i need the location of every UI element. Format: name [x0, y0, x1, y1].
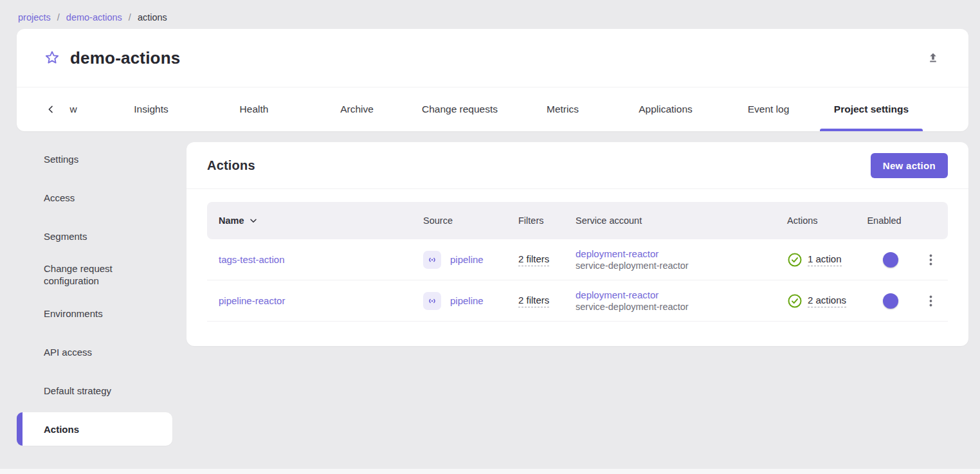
- enabled-toggle[interactable]: [871, 254, 897, 266]
- tab-overview-partial[interactable]: w: [64, 87, 83, 131]
- actions-count[interactable]: 1 action: [808, 253, 842, 266]
- kebab-menu-icon[interactable]: [920, 250, 941, 270]
- tab-applications[interactable]: Applications: [614, 87, 717, 131]
- actions-count-cell: 1 action: [778, 252, 855, 268]
- service-account-cell: deployment-reactor service-deployment-re…: [563, 248, 778, 271]
- enabled-toggle[interactable]: [871, 295, 897, 307]
- actions-panel: Actions New action Name Source Filters S…: [186, 142, 968, 346]
- column-header-name[interactable]: Name: [207, 215, 418, 226]
- filters-count[interactable]: 2 filters: [518, 253, 549, 266]
- actions-table: Name Source Filters Service account Acti…: [186, 189, 968, 327]
- tab-archive[interactable]: Archive: [305, 87, 408, 131]
- signal-icon: [423, 292, 441, 310]
- service-account-id: service-deployment-reactor: [576, 302, 689, 312]
- tab-health[interactable]: Health: [203, 87, 305, 131]
- table-header-row: Name Source Filters Service account Acti…: [207, 202, 948, 239]
- sort-chevron-down-icon: [248, 215, 259, 226]
- breadcrumb: projects / demo-actions / actions: [0, 0, 980, 23]
- actions-panel-header: Actions New action: [186, 142, 968, 189]
- export-upload-icon[interactable]: [926, 50, 941, 66]
- source-cell: pipeline: [418, 292, 508, 310]
- toggle-thumb: [883, 252, 898, 268]
- filters-count[interactable]: 2 filters: [518, 295, 549, 307]
- breadcrumb-separator: /: [57, 12, 60, 23]
- row-menu-cell: [913, 291, 948, 311]
- sidebar-item-access[interactable]: Access: [17, 181, 172, 214]
- sidebar-item-default-strategy[interactable]: Default strategy: [17, 374, 172, 407]
- page-title: demo-actions: [70, 48, 180, 68]
- favorite-star-icon[interactable]: [44, 50, 60, 66]
- column-header-actions: Actions: [778, 215, 855, 226]
- tab-project-settings[interactable]: Project settings: [820, 87, 923, 131]
- service-account-id: service-deployment-reactor: [576, 260, 689, 271]
- action-name-link[interactable]: tags-test-action: [219, 254, 285, 265]
- new-action-button[interactable]: New action: [871, 153, 948, 178]
- source-link[interactable]: pipeline: [450, 295, 484, 306]
- panel-title: Actions: [207, 158, 255, 173]
- breadcrumb-link-demo-actions[interactable]: demo-actions: [66, 12, 122, 23]
- project-title-row: demo-actions: [17, 29, 968, 87]
- sidebar-item-actions[interactable]: Actions: [17, 412, 172, 446]
- source-link[interactable]: pipeline: [450, 254, 484, 265]
- table-row: tags-test-action pipeline 2 filters: [207, 239, 948, 280]
- action-name-link[interactable]: pipeline-reactor: [219, 295, 285, 306]
- tab-insights[interactable]: Insights: [100, 87, 203, 131]
- service-account-link[interactable]: deployment-reactor: [576, 289, 658, 300]
- breadcrumb-link-projects[interactable]: projects: [18, 12, 51, 23]
- column-header-service-account: Service account: [563, 215, 778, 226]
- sidebar-item-segments[interactable]: Segments: [17, 219, 172, 253]
- signal-icon: [423, 251, 441, 269]
- sidebar-item-settings[interactable]: Settings: [17, 142, 172, 176]
- kebab-menu-icon[interactable]: [920, 291, 941, 311]
- sidebar-item-api-access[interactable]: API access: [17, 335, 172, 369]
- action-name-cell: pipeline-reactor: [207, 295, 418, 306]
- tab-metrics[interactable]: Metrics: [511, 87, 614, 131]
- sidebar-item-environments[interactable]: Environments: [17, 296, 172, 330]
- tabs-scroll-left-icon[interactable]: [43, 87, 59, 131]
- tab-change-requests[interactable]: Change requests: [408, 87, 511, 131]
- service-account-cell: deployment-reactor service-deployment-re…: [563, 289, 778, 312]
- actions-count-cell: 2 actions: [778, 293, 855, 309]
- source-cell: pipeline: [418, 251, 508, 269]
- filters-cell: 2 filters: [508, 253, 563, 266]
- breadcrumb-current: actions: [138, 12, 167, 23]
- row-menu-cell: [913, 250, 948, 270]
- check-circle-icon: [787, 293, 803, 309]
- content-area: Settings Access Segments Change request …: [0, 131, 980, 451]
- sidebar-item-change-request-configuration[interactable]: Change request configuration: [17, 258, 172, 291]
- filters-cell: 2 filters: [508, 295, 563, 307]
- check-circle-icon: [787, 252, 803, 268]
- toggle-thumb: [883, 293, 898, 309]
- breadcrumb-separator: /: [129, 12, 131, 23]
- project-header-card: demo-actions w Insights Health Archive C…: [17, 29, 968, 131]
- column-header-source: Source: [418, 215, 508, 226]
- action-name-cell: tags-test-action: [207, 254, 418, 265]
- horizontal-scrollbar-track[interactable]: [0, 469, 980, 474]
- project-tab-bar: w Insights Health Archive Change request…: [17, 87, 968, 131]
- table-row: pipeline-reactor pipeline 2 filters: [207, 280, 948, 322]
- enabled-cell: [855, 295, 913, 307]
- tab-event-log[interactable]: Event log: [717, 87, 820, 131]
- column-header-enabled: Enabled: [855, 215, 913, 226]
- service-account-link[interactable]: deployment-reactor: [576, 248, 658, 259]
- actions-count[interactable]: 2 actions: [808, 295, 846, 307]
- enabled-cell: [855, 254, 913, 266]
- column-header-name-label: Name: [219, 215, 244, 226]
- column-header-filters: Filters: [508, 215, 563, 226]
- settings-sidebar: Settings Access Segments Change request …: [17, 142, 172, 451]
